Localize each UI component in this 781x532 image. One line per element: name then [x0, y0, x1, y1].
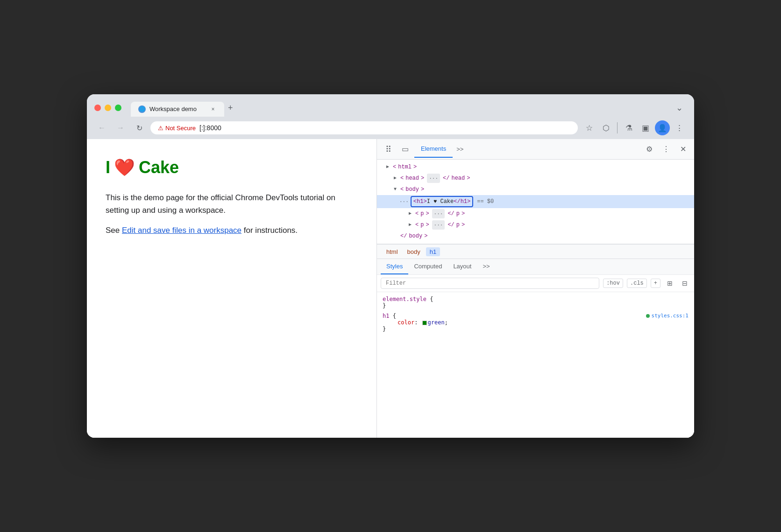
tab-computed[interactable]: Computed [408, 259, 447, 274]
toolbar-divider [617, 122, 618, 133]
forward-button[interactable]: → [113, 120, 128, 135]
three-dots: ··· [399, 197, 409, 206]
dom-line-h1[interactable]: ··· <h1>I ♥ Cake</h1> == $0 [377, 195, 694, 208]
devtools-close-button[interactable]: ✕ [675, 142, 690, 157]
add-style-button[interactable]: + [651, 279, 660, 288]
breadcrumb-bar: html body h1 [377, 244, 694, 259]
triangle-icon: ▶ [384, 162, 391, 172]
h1-highlight: <h1>I ♥ Cake</h1> [411, 196, 473, 207]
ellipsis: ··· [432, 209, 445, 218]
sidebar-button[interactable]: ▣ [638, 120, 653, 135]
breadcrumb-html[interactable]: html [383, 247, 402, 256]
triangle-icon: ▶ [407, 209, 413, 218]
page-content: I ❤️ Cake This is the demo page for the … [87, 139, 376, 438]
new-tab-button[interactable]: + [224, 99, 237, 117]
devtools-toolbar: ⠿ ▭ Elements >> ⚙ ⋮ ✕ [377, 139, 694, 160]
tab-title: Workspace demo [149, 105, 206, 112]
css-rules: element.style { } h1 { styles.css:1 [377, 292, 694, 340]
devtools-action-buttons: ⚙ ⋮ ✕ [642, 142, 690, 157]
labs-button[interactable]: ⚗ [621, 120, 636, 135]
device-mode-button[interactable]: ▭ [398, 142, 412, 157]
reload-button[interactable]: ↻ [132, 120, 147, 135]
element-style-close: } [383, 302, 689, 309]
link-prefix: See [106, 226, 122, 235]
tab-favicon: 🌐 [138, 105, 146, 113]
heart-symbol: ❤️ [114, 158, 135, 177]
dom-line-body[interactable]: ▼ <body> [377, 184, 694, 195]
bookmark-button[interactable]: ☆ [582, 120, 596, 135]
color-property: color: green; [383, 319, 689, 326]
h1-style-close: } [383, 326, 689, 332]
tab-close-button[interactable]: × [209, 105, 217, 113]
close-window-button[interactable] [94, 105, 101, 111]
toolbar-icons: ☆ ⬡ ⚗ ▣ 👤 ⋮ [582, 120, 687, 135]
triangle-icon: ▼ [392, 185, 398, 194]
page-heading: I ❤️ Cake [106, 158, 358, 177]
devtools-panel: ⠿ ▭ Elements >> ⚙ ⋮ ✕ ▶ <htm [376, 139, 694, 438]
dollar-zero-label: == $0 [477, 197, 494, 206]
heading-text-cake: Cake [139, 158, 179, 177]
url-display: [:]:8000 [199, 124, 221, 132]
tab-menu-button[interactable]: ⌄ [672, 99, 687, 117]
warning-icon: ⚠ [158, 125, 163, 132]
heading-text-i: I [106, 158, 110, 177]
page-link-section: See Edit and save files in a workspace f… [106, 226, 358, 235]
more-menu-button[interactable]: ⋮ [672, 120, 687, 135]
extensions-button[interactable]: ⬡ [598, 120, 613, 135]
cls-button[interactable]: .cls [627, 279, 647, 288]
workspace-link[interactable]: Edit and save files in a workspace [122, 226, 241, 235]
devtools-tab-bar: Elements >> [414, 140, 640, 158]
devtools-settings-button[interactable]: ⚙ [642, 142, 657, 157]
dom-line-html[interactable]: ▶ <html> [377, 161, 694, 173]
source-dot [646, 314, 650, 318]
omnibox[interactable]: ⚠ Not Secure [:]:8000 [150, 121, 578, 134]
tab-styles[interactable]: Styles [381, 259, 408, 274]
tab-layout[interactable]: Layout [447, 259, 477, 274]
ellipsis: ··· [427, 174, 440, 183]
active-tab[interactable]: 🌐 Workspace demo × [131, 102, 224, 117]
inspect-element-button[interactable]: ⠿ [381, 142, 396, 157]
browser-window: 🌐 Workspace demo × + ⌄ ← → ↻ ⚠ Not Secur… [87, 94, 694, 438]
triangle-icon: ▶ [407, 220, 413, 230]
dom-tree: ▶ <html> ▶ <head> ··· </head> ▼ <body> ·… [377, 160, 694, 244]
link-suffix: for instructions. [241, 226, 298, 235]
title-bar: 🌐 Workspace demo × + ⌄ [87, 94, 694, 117]
h1-style-header: h1 { styles.css:1 [383, 313, 689, 319]
breadcrumb-h1[interactable]: h1 [426, 247, 440, 256]
ellipsis: ··· [432, 220, 445, 230]
tab-bar: 🌐 Workspace demo × + [131, 99, 667, 117]
dom-line-p1[interactable]: ▶ <p> ··· </p> [377, 208, 694, 219]
traffic-lights [94, 105, 121, 111]
breadcrumb-body[interactable]: body [404, 247, 424, 256]
css-source-link[interactable]: styles.css:1 [646, 313, 689, 319]
not-secure-label: Not Secure [165, 125, 196, 132]
dom-line-head[interactable]: ▶ <head> ··· </head> [377, 173, 694, 184]
styles-tabs: Styles Computed Layout >> [377, 259, 694, 275]
element-style-selector: element.style { [383, 296, 689, 302]
devtools-more-tabs-button[interactable]: >> [453, 144, 467, 154]
back-button[interactable]: ← [94, 120, 109, 135]
dom-line-body-close[interactable]: </body> [377, 231, 694, 242]
tab-elements[interactable]: Elements [414, 140, 453, 158]
page-body-text: This is the demo page for the official C… [106, 191, 358, 217]
element-style-rule: element.style { } [383, 296, 689, 309]
styles-more-tabs[interactable]: >> [477, 259, 495, 274]
toggle-sidebar-icon[interactable]: ⊟ [679, 278, 690, 289]
computed-style-icon[interactable]: ⊞ [664, 278, 675, 289]
devtools-more-button[interactable]: ⋮ [659, 142, 674, 157]
h1-style-rule: h1 { styles.css:1 color: green; } [383, 313, 689, 332]
color-swatch-green[interactable] [422, 321, 427, 325]
address-bar: ← → ↻ ⚠ Not Secure [:]:8000 ☆ ⬡ ⚗ ▣ 👤 ⋮ [87, 117, 694, 139]
triangle-icon: ▶ [392, 174, 398, 183]
minimize-window-button[interactable] [105, 105, 111, 111]
security-warning: ⚠ Not Secure [158, 125, 196, 132]
css-source-text: styles.css:1 [652, 313, 689, 319]
styles-panel: Styles Computed Layout >> :hov .cls + ⊞ … [377, 259, 694, 438]
content-area: I ❤️ Cake This is the demo page for the … [87, 139, 694, 438]
maximize-window-button[interactable] [115, 105, 121, 111]
profile-button[interactable]: 👤 [655, 120, 670, 135]
styles-filter-input[interactable] [381, 278, 599, 289]
hov-button[interactable]: :hov [603, 279, 623, 288]
styles-filter-row: :hov .cls + ⊞ ⊟ [377, 275, 694, 292]
dom-line-p2[interactable]: ▶ <p> ··· </p> [377, 219, 694, 231]
